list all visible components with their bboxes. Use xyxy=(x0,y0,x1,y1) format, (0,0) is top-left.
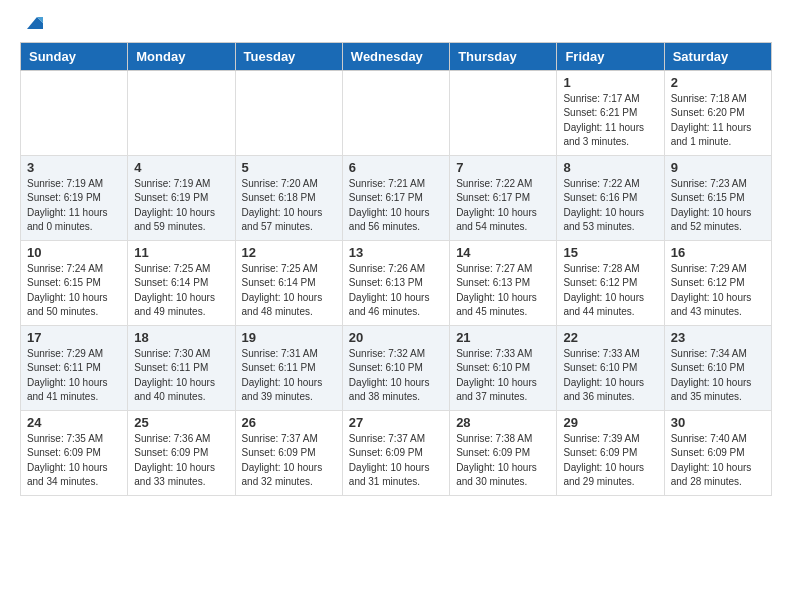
calendar-day-cell xyxy=(235,70,342,155)
day-info: Sunrise: 7:29 AM Sunset: 6:11 PM Dayligh… xyxy=(27,347,121,405)
calendar-day-header: Monday xyxy=(128,42,235,70)
calendar-day-header: Thursday xyxy=(450,42,557,70)
day-info: Sunrise: 7:22 AM Sunset: 6:16 PM Dayligh… xyxy=(563,177,657,235)
day-number: 16 xyxy=(671,245,765,260)
calendar-week-row: 10Sunrise: 7:24 AM Sunset: 6:15 PM Dayli… xyxy=(21,240,772,325)
calendar-day-cell: 26Sunrise: 7:37 AM Sunset: 6:09 PM Dayli… xyxy=(235,410,342,495)
day-number: 19 xyxy=(242,330,336,345)
calendar-day-cell: 12Sunrise: 7:25 AM Sunset: 6:14 PM Dayli… xyxy=(235,240,342,325)
calendar-day-cell: 1Sunrise: 7:17 AM Sunset: 6:21 PM Daylig… xyxy=(557,70,664,155)
day-number: 20 xyxy=(349,330,443,345)
calendar-day-cell: 21Sunrise: 7:33 AM Sunset: 6:10 PM Dayli… xyxy=(450,325,557,410)
calendar-day-cell: 27Sunrise: 7:37 AM Sunset: 6:09 PM Dayli… xyxy=(342,410,449,495)
calendar-day-cell: 10Sunrise: 7:24 AM Sunset: 6:15 PM Dayli… xyxy=(21,240,128,325)
day-number: 7 xyxy=(456,160,550,175)
day-number: 27 xyxy=(349,415,443,430)
calendar-day-cell: 23Sunrise: 7:34 AM Sunset: 6:10 PM Dayli… xyxy=(664,325,771,410)
calendar-day-header: Friday xyxy=(557,42,664,70)
day-number: 2 xyxy=(671,75,765,90)
calendar-day-cell xyxy=(450,70,557,155)
day-info: Sunrise: 7:26 AM Sunset: 6:13 PM Dayligh… xyxy=(349,262,443,320)
calendar-day-cell: 25Sunrise: 7:36 AM Sunset: 6:09 PM Dayli… xyxy=(128,410,235,495)
day-number: 9 xyxy=(671,160,765,175)
calendar-day-cell: 15Sunrise: 7:28 AM Sunset: 6:12 PM Dayli… xyxy=(557,240,664,325)
day-number: 4 xyxy=(134,160,228,175)
day-number: 1 xyxy=(563,75,657,90)
day-info: Sunrise: 7:32 AM Sunset: 6:10 PM Dayligh… xyxy=(349,347,443,405)
calendar-day-header: Sunday xyxy=(21,42,128,70)
day-number: 25 xyxy=(134,415,228,430)
day-number: 5 xyxy=(242,160,336,175)
day-number: 17 xyxy=(27,330,121,345)
logo-icon xyxy=(23,11,45,33)
calendar-week-row: 24Sunrise: 7:35 AM Sunset: 6:09 PM Dayli… xyxy=(21,410,772,495)
day-number: 28 xyxy=(456,415,550,430)
calendar-day-cell xyxy=(342,70,449,155)
calendar-day-cell: 9Sunrise: 7:23 AM Sunset: 6:15 PM Daylig… xyxy=(664,155,771,240)
day-info: Sunrise: 7:18 AM Sunset: 6:20 PM Dayligh… xyxy=(671,92,765,150)
calendar-day-cell xyxy=(128,70,235,155)
calendar-day-cell: 13Sunrise: 7:26 AM Sunset: 6:13 PM Dayli… xyxy=(342,240,449,325)
day-info: Sunrise: 7:33 AM Sunset: 6:10 PM Dayligh… xyxy=(456,347,550,405)
day-info: Sunrise: 7:37 AM Sunset: 6:09 PM Dayligh… xyxy=(349,432,443,490)
day-number: 22 xyxy=(563,330,657,345)
day-number: 30 xyxy=(671,415,765,430)
day-number: 15 xyxy=(563,245,657,260)
calendar-day-cell: 16Sunrise: 7:29 AM Sunset: 6:12 PM Dayli… xyxy=(664,240,771,325)
day-number: 21 xyxy=(456,330,550,345)
day-info: Sunrise: 7:19 AM Sunset: 6:19 PM Dayligh… xyxy=(27,177,121,235)
calendar-week-row: 3Sunrise: 7:19 AM Sunset: 6:19 PM Daylig… xyxy=(21,155,772,240)
day-info: Sunrise: 7:24 AM Sunset: 6:15 PM Dayligh… xyxy=(27,262,121,320)
day-info: Sunrise: 7:28 AM Sunset: 6:12 PM Dayligh… xyxy=(563,262,657,320)
calendar-wrapper: SundayMondayTuesdayWednesdayThursdayFrid… xyxy=(0,42,792,506)
day-number: 11 xyxy=(134,245,228,260)
calendar-day-cell: 17Sunrise: 7:29 AM Sunset: 6:11 PM Dayli… xyxy=(21,325,128,410)
day-info: Sunrise: 7:25 AM Sunset: 6:14 PM Dayligh… xyxy=(242,262,336,320)
logo xyxy=(20,15,45,37)
calendar-day-cell: 5Sunrise: 7:20 AM Sunset: 6:18 PM Daylig… xyxy=(235,155,342,240)
calendar-day-cell: 6Sunrise: 7:21 AM Sunset: 6:17 PM Daylig… xyxy=(342,155,449,240)
calendar-day-header: Tuesday xyxy=(235,42,342,70)
day-number: 14 xyxy=(456,245,550,260)
day-info: Sunrise: 7:40 AM Sunset: 6:09 PM Dayligh… xyxy=(671,432,765,490)
day-info: Sunrise: 7:22 AM Sunset: 6:17 PM Dayligh… xyxy=(456,177,550,235)
day-number: 10 xyxy=(27,245,121,260)
calendar-day-cell: 14Sunrise: 7:27 AM Sunset: 6:13 PM Dayli… xyxy=(450,240,557,325)
calendar-day-cell: 24Sunrise: 7:35 AM Sunset: 6:09 PM Dayli… xyxy=(21,410,128,495)
calendar-day-cell xyxy=(21,70,128,155)
calendar-day-cell: 2Sunrise: 7:18 AM Sunset: 6:20 PM Daylig… xyxy=(664,70,771,155)
calendar-day-cell: 30Sunrise: 7:40 AM Sunset: 6:09 PM Dayli… xyxy=(664,410,771,495)
day-info: Sunrise: 7:21 AM Sunset: 6:17 PM Dayligh… xyxy=(349,177,443,235)
day-info: Sunrise: 7:36 AM Sunset: 6:09 PM Dayligh… xyxy=(134,432,228,490)
day-info: Sunrise: 7:37 AM Sunset: 6:09 PM Dayligh… xyxy=(242,432,336,490)
day-info: Sunrise: 7:38 AM Sunset: 6:09 PM Dayligh… xyxy=(456,432,550,490)
calendar-day-cell: 4Sunrise: 7:19 AM Sunset: 6:19 PM Daylig… xyxy=(128,155,235,240)
day-info: Sunrise: 7:34 AM Sunset: 6:10 PM Dayligh… xyxy=(671,347,765,405)
day-info: Sunrise: 7:30 AM Sunset: 6:11 PM Dayligh… xyxy=(134,347,228,405)
day-number: 6 xyxy=(349,160,443,175)
calendar-day-header: Saturday xyxy=(664,42,771,70)
day-info: Sunrise: 7:17 AM Sunset: 6:21 PM Dayligh… xyxy=(563,92,657,150)
page-header xyxy=(0,0,792,42)
calendar-day-cell: 11Sunrise: 7:25 AM Sunset: 6:14 PM Dayli… xyxy=(128,240,235,325)
calendar-week-row: 1Sunrise: 7:17 AM Sunset: 6:21 PM Daylig… xyxy=(21,70,772,155)
day-info: Sunrise: 7:19 AM Sunset: 6:19 PM Dayligh… xyxy=(134,177,228,235)
day-number: 29 xyxy=(563,415,657,430)
day-info: Sunrise: 7:20 AM Sunset: 6:18 PM Dayligh… xyxy=(242,177,336,235)
day-number: 12 xyxy=(242,245,336,260)
day-info: Sunrise: 7:27 AM Sunset: 6:13 PM Dayligh… xyxy=(456,262,550,320)
calendar-day-cell: 19Sunrise: 7:31 AM Sunset: 6:11 PM Dayli… xyxy=(235,325,342,410)
day-number: 13 xyxy=(349,245,443,260)
calendar-day-cell: 22Sunrise: 7:33 AM Sunset: 6:10 PM Dayli… xyxy=(557,325,664,410)
day-number: 24 xyxy=(27,415,121,430)
calendar-day-cell: 28Sunrise: 7:38 AM Sunset: 6:09 PM Dayli… xyxy=(450,410,557,495)
day-info: Sunrise: 7:23 AM Sunset: 6:15 PM Dayligh… xyxy=(671,177,765,235)
day-info: Sunrise: 7:33 AM Sunset: 6:10 PM Dayligh… xyxy=(563,347,657,405)
day-number: 26 xyxy=(242,415,336,430)
calendar-header-row: SundayMondayTuesdayWednesdayThursdayFrid… xyxy=(21,42,772,70)
calendar-day-cell: 8Sunrise: 7:22 AM Sunset: 6:16 PM Daylig… xyxy=(557,155,664,240)
calendar-day-cell: 7Sunrise: 7:22 AM Sunset: 6:17 PM Daylig… xyxy=(450,155,557,240)
calendar-day-cell: 29Sunrise: 7:39 AM Sunset: 6:09 PM Dayli… xyxy=(557,410,664,495)
day-number: 18 xyxy=(134,330,228,345)
calendar-table: SundayMondayTuesdayWednesdayThursdayFrid… xyxy=(20,42,772,496)
